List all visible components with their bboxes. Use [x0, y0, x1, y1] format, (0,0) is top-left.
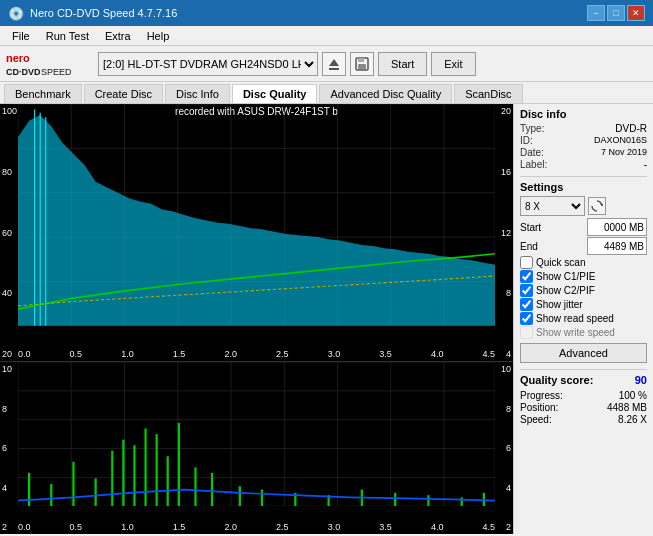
y-axis-left-bottom: 108642: [2, 362, 12, 534]
show-c1-pie-row: Show C1/PIE: [520, 270, 647, 283]
start-input[interactable]: [587, 218, 647, 236]
speed-select[interactable]: 8 X 1 X2 X4 XMax: [520, 196, 585, 216]
drive-select[interactable]: [2:0] HL-DT-ST DVDRAM GH24NSD0 LH00: [98, 52, 318, 76]
speed-row: Speed: 8.26 X: [520, 414, 647, 425]
progress-section: Progress: 100 % Position: 4488 MB Speed:…: [520, 390, 647, 425]
toolbar: nero CD·DVD SPEED [2:0] HL-DT-ST DVDRAM …: [0, 46, 653, 82]
x-axis-bottom: 0.00.51.01.52.02.53.03.54.04.5: [18, 522, 495, 532]
start-button[interactable]: Start: [378, 52, 427, 76]
logo: nero CD·DVD SPEED: [6, 50, 86, 78]
disc-info-title: Disc info: [520, 108, 647, 120]
advanced-button[interactable]: Advanced: [520, 343, 647, 363]
menu-file[interactable]: File: [4, 29, 38, 43]
quick-scan-row: Quick scan: [520, 256, 647, 269]
disc-label-row: Label: -: [520, 159, 647, 170]
chart-bottom: 108642 108642: [0, 362, 513, 534]
position-row: Position: 4488 MB: [520, 402, 647, 413]
quick-scan-checkbox[interactable]: [520, 256, 533, 269]
app-icon: 💿: [8, 6, 24, 21]
svg-text:SPEED: SPEED: [41, 67, 72, 77]
settings-title: Settings: [520, 181, 647, 193]
start-row: Start: [520, 218, 647, 236]
end-input[interactable]: [587, 237, 647, 255]
svg-text:nero: nero: [6, 52, 30, 64]
disc-id-row: ID: DAXON016S: [520, 135, 647, 146]
show-c1-pie-checkbox[interactable]: [520, 270, 533, 283]
menu-help[interactable]: Help: [139, 29, 178, 43]
disc-info-section: Disc info Type: DVD-R ID: DAXON016S Date…: [520, 108, 647, 170]
show-write-speed-checkbox: [520, 326, 533, 339]
show-c2-pif-row: Show C2/PIF: [520, 284, 647, 297]
chart-svg-top: [18, 104, 495, 326]
right-panel: Disc info Type: DVD-R ID: DAXON016S Date…: [513, 104, 653, 534]
chart-svg-bottom: [18, 362, 495, 506]
show-read-speed-row: Show read speed: [520, 312, 647, 325]
svg-rect-6: [358, 58, 364, 62]
window-controls: − □ ✕: [587, 5, 645, 21]
tab-disc-info[interactable]: Disc Info: [165, 84, 230, 103]
divider-1: [520, 176, 647, 177]
svg-marker-3: [329, 59, 339, 66]
show-jitter-checkbox[interactable]: [520, 298, 533, 311]
tab-scan-disc[interactable]: ScanDisc: [454, 84, 522, 103]
x-axis-top: 0.00.51.01.52.02.53.03.54.04.5: [18, 349, 495, 359]
speed-row: 8 X 1 X2 X4 XMax: [520, 196, 647, 216]
y-axis-right-bottom: 108642: [501, 362, 511, 534]
show-c2-pif-checkbox[interactable]: [520, 284, 533, 297]
disc-type-row: Type: DVD-R: [520, 123, 647, 134]
tab-create-disc[interactable]: Create Disc: [84, 84, 163, 103]
show-write-speed-row: Show write speed: [520, 326, 647, 339]
eject-button[interactable]: [322, 52, 346, 76]
settings-refresh-button[interactable]: [588, 197, 606, 215]
title-bar: 💿 Nero CD-DVD Speed 4.7.7.16 − □ ✕: [0, 0, 653, 26]
minimize-button[interactable]: −: [587, 5, 605, 21]
show-read-speed-checkbox[interactable]: [520, 312, 533, 325]
menu-run-test[interactable]: Run Test: [38, 29, 97, 43]
end-row: End: [520, 237, 647, 255]
chart-area: recorded with ASUS DRW-24F1ST b 10080604…: [0, 104, 513, 534]
tab-advanced-disc-quality[interactable]: Advanced Disc Quality: [319, 84, 452, 103]
title-bar-text: Nero CD-DVD Speed 4.7.7.16: [30, 7, 177, 19]
chart-top: recorded with ASUS DRW-24F1ST b 10080604…: [0, 104, 513, 362]
divider-2: [520, 369, 647, 370]
tab-disc-quality[interactable]: Disc Quality: [232, 84, 318, 103]
y-axis-left-top: 10080604020: [2, 104, 17, 361]
close-button[interactable]: ✕: [627, 5, 645, 21]
maximize-button[interactable]: □: [607, 5, 625, 21]
tab-benchmark[interactable]: Benchmark: [4, 84, 82, 103]
quality-score-value: 90: [635, 374, 647, 386]
show-jitter-row: Show jitter: [520, 298, 647, 311]
svg-rect-7: [358, 64, 366, 69]
y-axis-right-top: 20161284: [501, 104, 511, 361]
quality-score-label: Quality score:: [520, 374, 593, 386]
svg-marker-24: [18, 115, 495, 326]
main-content: recorded with ASUS DRW-24F1ST b 10080604…: [0, 104, 653, 534]
svg-rect-4: [329, 68, 339, 70]
menu-extra[interactable]: Extra: [97, 29, 139, 43]
settings-section: Settings 8 X 1 X2 X4 XMax Start End: [520, 181, 647, 363]
tab-bar: Benchmark Create Disc Disc Info Disc Qua…: [0, 82, 653, 104]
svg-text:CD·DVD: CD·DVD: [6, 67, 41, 77]
exit-button[interactable]: Exit: [431, 52, 475, 76]
progress-row: Progress: 100 %: [520, 390, 647, 401]
quality-score-row: Quality score: 90: [520, 374, 647, 386]
disc-date-row: Date: 7 Nov 2019: [520, 147, 647, 158]
menu-bar: File Run Test Extra Help: [0, 26, 653, 46]
save-button[interactable]: [350, 52, 374, 76]
